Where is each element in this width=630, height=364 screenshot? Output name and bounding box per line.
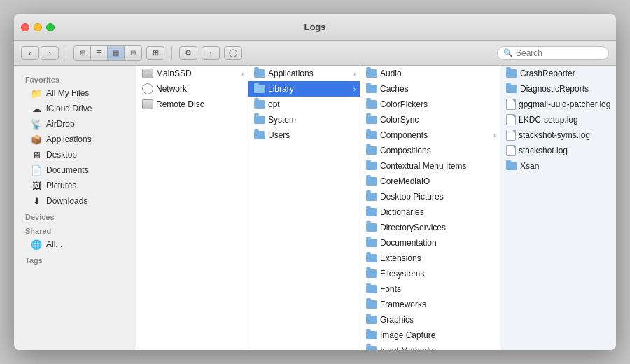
list-item[interactable]: CrashReporter ›: [500, 66, 616, 81]
list-item[interactable]: Applications ›: [248, 66, 360, 81]
folder-icon: [254, 131, 265, 139]
list-item[interactable]: System: [248, 112, 360, 127]
item-label: Dictionaries: [380, 207, 424, 217]
list-item[interactable]: LKDC-setup.log: [500, 112, 616, 127]
list-item[interactable]: Graphics: [360, 312, 500, 328]
list-item[interactable]: Input Methods: [360, 343, 500, 350]
folder-icon: [366, 316, 377, 324]
folder-icon: [366, 69, 377, 78]
item-label: Input Methods: [380, 346, 433, 350]
list-item[interactable]: Remote Disc: [136, 97, 248, 112]
minimize-button[interactable]: [34, 23, 42, 31]
action-button[interactable]: ⚙: [179, 46, 197, 60]
main-area: Favorites 📁 All My Files ☁ iCloud Drive …: [14, 66, 616, 350]
sidebar-item-desktop[interactable]: 🖥 Desktop: [17, 147, 133, 162]
maximize-button[interactable]: [46, 23, 55, 31]
list-item[interactable]: Fonts: [360, 281, 500, 297]
list-item[interactable]: Contextual Menu Items: [360, 158, 500, 174]
folder-icon: [366, 285, 377, 293]
list-item[interactable]: Frameworks: [360, 297, 500, 312]
back-button[interactable]: ‹: [21, 46, 39, 60]
pictures-icon: 🖼: [31, 180, 42, 191]
favorites-label: Favorites: [14, 71, 136, 85]
search-icon: 🔍: [503, 48, 513, 57]
folder-icon: [366, 115, 377, 124]
list-item[interactable]: Caches: [360, 81, 500, 97]
list-item[interactable]: Dictionaries: [360, 204, 500, 220]
arrow-icon: ›: [493, 132, 497, 139]
gallery-view-button[interactable]: ⊟: [125, 46, 141, 60]
hdd-icon: [142, 69, 153, 78]
sidebar-item-label: Desktop: [46, 150, 77, 160]
arrange-button[interactable]: ⊞: [146, 46, 164, 60]
sidebar-item-label: Applications: [46, 134, 92, 144]
list-item[interactable]: Extensions: [360, 251, 500, 266]
icon-view-button[interactable]: ⊞: [74, 46, 91, 60]
folder-icon: [366, 300, 377, 309]
sidebar-item-all-shared[interactable]: 🌐 All...: [17, 237, 133, 252]
share-button[interactable]: ↑: [202, 46, 220, 60]
sidebar-item-all-my-files[interactable]: 📁 All My Files: [17, 85, 133, 101]
folder-icon: [254, 85, 265, 93]
traffic-lights: [21, 23, 55, 31]
item-label: stackshot.log: [519, 146, 568, 155]
list-item[interactable]: MainSSD ›: [136, 66, 248, 81]
separator: [66, 46, 66, 60]
nav-buttons: ‹ ›: [21, 46, 59, 60]
search-box[interactable]: 🔍: [497, 46, 609, 60]
folder-icon: [506, 69, 517, 78]
network-icon: [142, 83, 153, 94]
list-item[interactable]: Audio: [360, 66, 500, 81]
list-item[interactable]: DirectoryServices: [360, 220, 500, 235]
sidebar-item-airdrop[interactable]: 📡 AirDrop: [17, 116, 133, 132]
sidebar-item-label: Documents: [46, 165, 89, 175]
item-label: opt: [268, 99, 280, 109]
list-item[interactable]: Network: [136, 81, 248, 97]
sidebar-item-icloud-drive[interactable]: ☁ iCloud Drive: [17, 101, 133, 116]
sidebar-item-documents[interactable]: 📄 Documents: [17, 162, 133, 178]
column-1: MainSSD › Network Remote Disc: [136, 66, 248, 350]
folder-icon: [506, 162, 517, 170]
list-item[interactable]: ColorSync: [360, 112, 500, 127]
column-view-button[interactable]: ▦: [108, 46, 125, 60]
globe-icon: 🌐: [31, 239, 42, 250]
list-item[interactable]: stackshot.log: [500, 143, 616, 158]
list-view-button[interactable]: ☰: [91, 46, 108, 60]
arrow-icon: ›: [241, 70, 245, 78]
list-item[interactable]: CoreMediaIO: [360, 174, 500, 189]
sidebar-item-downloads[interactable]: ⬇ Downloads: [17, 193, 133, 209]
finder-window: Logs ‹ › ⊞ ☰ ▦ ⊟ ⊞ ⚙ ↑ ◯ 🔍 Favorites: [14, 14, 616, 350]
list-item[interactable]: Components ›: [360, 127, 500, 143]
list-item[interactable]: Xsan ›: [500, 158, 616, 174]
list-item[interactable]: Image Capture: [360, 328, 500, 343]
list-item[interactable]: Desktop Pictures: [360, 189, 500, 204]
tag-button[interactable]: ◯: [224, 46, 242, 60]
close-button[interactable]: [21, 23, 29, 31]
list-item[interactable]: DiagnosticReports: [500, 81, 616, 97]
sidebar-item-applications[interactable]: 📦 Applications: [17, 132, 133, 147]
item-label: Fonts: [380, 284, 401, 294]
tags-label: Tags: [14, 252, 136, 266]
search-input[interactable]: [516, 48, 603, 58]
list-item[interactable]: Filesystems: [360, 266, 500, 281]
file-icon: [506, 114, 516, 125]
shared-label: Shared: [14, 223, 136, 237]
folder-icon: [254, 100, 265, 108]
list-item[interactable]: Compositions: [360, 143, 500, 158]
item-label: Audio: [380, 69, 402, 78]
sidebar-item-pictures[interactable]: 🖼 Pictures: [17, 178, 133, 193]
list-item[interactable]: stackshot-syms.log: [500, 127, 616, 143]
forward-button[interactable]: ›: [41, 46, 59, 60]
separator2: [172, 46, 172, 60]
item-label: Components: [380, 130, 428, 140]
list-item[interactable]: opt: [248, 97, 360, 112]
folder-icon: [254, 115, 265, 124]
list-item[interactable]: Library ›: [248, 81, 360, 97]
folder-icon: [366, 177, 377, 186]
list-item[interactable]: ColorPickers: [360, 97, 500, 112]
list-item[interactable]: Users: [248, 127, 360, 143]
list-item[interactable]: gpgmail-uuid-patcher.log: [500, 97, 616, 112]
item-label: System: [268, 115, 296, 125]
downloads-icon: ⬇: [31, 195, 42, 206]
list-item[interactable]: Documentation: [360, 235, 500, 251]
